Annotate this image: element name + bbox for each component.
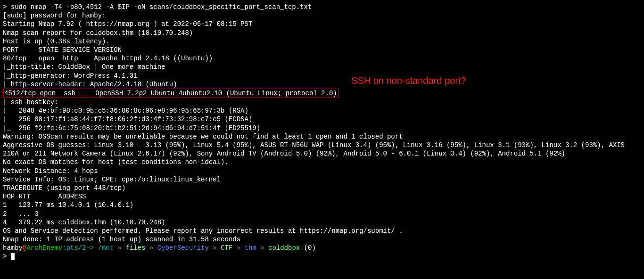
osscan-warning: Warning: OSScan results may be unreliabl… xyxy=(3,132,641,141)
host-up: Host is up (0.38s latency). xyxy=(3,37,641,46)
os-detection: OS and Service detection performed. Plea… xyxy=(3,227,641,235)
http-server-header: |_http-server-header: Apache/2.4.18 (Ubu… xyxy=(3,80,641,89)
highlight-box: 4512/tcp open ssh OpenSSH 7.2p2 Ubuntu 4… xyxy=(3,89,339,98)
hop-4: 4 379.22 ms colddbox.thm (10.10.70.248) xyxy=(3,218,641,227)
nmap-done: Nmap done: 1 IP address (1 host up) scan… xyxy=(3,235,641,244)
port-header: PORT STATE SERVICE VERSION xyxy=(3,46,641,54)
hop-2: 2 ... 3 xyxy=(3,210,641,218)
ssh-rsa: | 2048 4e:bf:98:c0:9b:c5:36:80:8c:96:e8:… xyxy=(3,107,641,115)
terminal-output[interactable]: > sudo nmap -T4 -p80,4512 -A $IP -oN sca… xyxy=(3,3,641,261)
sudo-prompt: [sudo] password for hamby: xyxy=(3,11,641,20)
port-80: 80/tcp open http Apache httpd 2.4.18 ((U… xyxy=(3,54,641,63)
input-prompt[interactable]: > xyxy=(3,252,641,261)
traceroute-header: TRACEROUTE (using port 443/tcp) xyxy=(3,184,641,192)
hop-1: 1 123.77 ms 10.4.0.1 (10.4.0.1) xyxy=(3,201,641,209)
scan-report: Nmap scan report for colddbox.thm (10.10… xyxy=(3,29,641,37)
shell-prompt: hamby@ArchEnemy:pts/2-> /mnt » files » C… xyxy=(3,244,641,252)
ssh-ecdsa: | 256 88:17:f1:a8:44:f7:f8:06:2f:d3:4f:7… xyxy=(3,115,641,123)
service-info: Service Info: OS: Linux; CPE: cpe:/o:lin… xyxy=(3,175,641,184)
cursor xyxy=(11,253,15,260)
nmap-start: Starting Nmap 7.92 ( https://nmap.org ) … xyxy=(3,20,641,28)
http-generator: |_http-generator: WordPress 4.1.31 xyxy=(3,72,641,80)
no-exact-os: No exact OS matches for host (test condi… xyxy=(3,158,641,166)
ssh-ed25519: |_ 256 f2:fc:6c:75:08:20:b1:b2:51:2d:94:… xyxy=(3,124,641,132)
os-guesses: Aggressive OS guesses: Linux 3.10 - 3.13… xyxy=(3,141,641,158)
http-title: |_http-title: ColddBox | One more machin… xyxy=(3,63,641,71)
ssh-hostkey: | ssh-hostkey: xyxy=(3,98,641,107)
port-4512-highlighted: 4512/tcp open ssh OpenSSH 7.2p2 Ubuntu 4… xyxy=(3,89,641,98)
traceroute-cols: HOP RTT ADDRESS xyxy=(3,192,641,201)
red-annotation: SSH on non-standard port? xyxy=(351,74,466,87)
command-line: > sudo nmap -T4 -p80,4512 -A $IP -oN sca… xyxy=(3,3,641,11)
network-distance: Network Distance: 4 hops xyxy=(3,167,641,175)
